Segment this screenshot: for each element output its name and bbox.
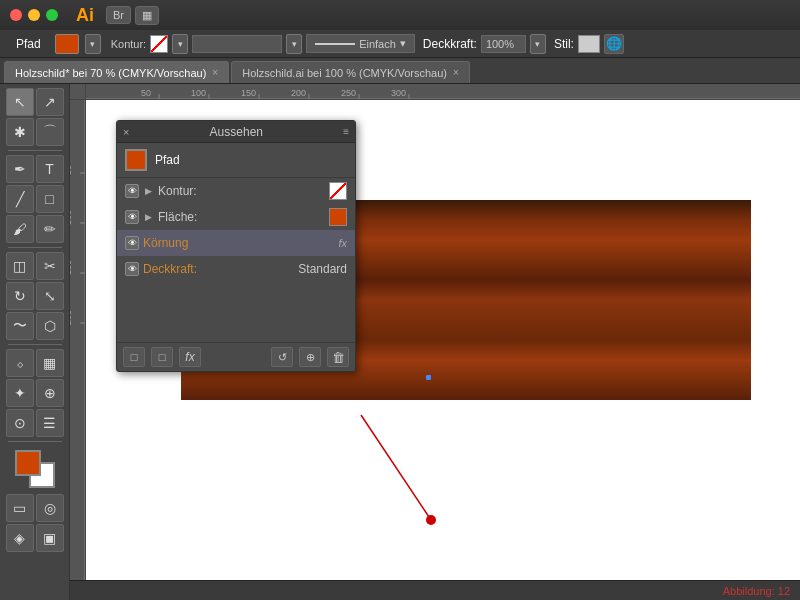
stil-swatch[interactable] xyxy=(578,35,600,53)
flache-expand-arrow[interactable]: ▶ xyxy=(145,212,152,222)
rotate-tool[interactable]: ↻ xyxy=(6,282,34,310)
kontur-color-swatch[interactable] xyxy=(329,182,347,200)
footer-new-layer-btn[interactable]: □ xyxy=(151,347,173,367)
tab-holzschild-ai[interactable]: Holzschild.ai bei 100 % (CMYK/Vorschau) … xyxy=(231,61,470,83)
select-tool[interactable]: ↖ xyxy=(6,88,34,116)
shape-builder[interactable]: ⬦ xyxy=(6,349,34,377)
footer-new-style-btn[interactable]: □ xyxy=(123,347,145,367)
warp-tool[interactable]: 〜 xyxy=(6,312,34,340)
panel-path-label: Pfad xyxy=(155,153,180,167)
zoom-tool[interactable]: ⊙ xyxy=(6,409,34,437)
stroke-width-dropdown[interactable]: ▾ xyxy=(286,34,302,54)
direct-select-tool[interactable]: ↗ xyxy=(36,88,64,116)
app-logo: Ai xyxy=(76,5,94,26)
gradient-tool[interactable]: ▦ xyxy=(36,349,64,377)
main-area: ↖ ↗ ✱ ⌒ ✒ T ╱ □ 🖌 ✏ ◫ ✂ ↻ ⤡ 〜 xyxy=(0,84,800,600)
tool-row-4: ╱ □ xyxy=(6,185,64,213)
tool-row-3: ✒ T xyxy=(6,155,64,183)
deckkraft-section: Deckkraft: ▾ xyxy=(423,34,546,54)
traffic-lights xyxy=(10,9,58,21)
tab-holzschild-star[interactable]: Holzschild* bei 70 % (CMYK/Vorschau) × xyxy=(4,61,229,83)
deckkraft-visibility-icon[interactable]: 👁 xyxy=(125,262,139,276)
rectangle-tool[interactable]: □ xyxy=(36,185,64,213)
tab-label-0: Holzschild* bei 70 % (CMYK/Vorschau) xyxy=(15,67,206,79)
fill-mode-btn[interactable]: ▭ xyxy=(6,494,34,522)
separator-2 xyxy=(8,247,62,248)
view-button[interactable]: ▦ xyxy=(135,6,159,25)
kontur-expand-arrow[interactable]: ▶ xyxy=(145,186,152,196)
fx-label: fx xyxy=(338,237,347,249)
stil-section: Stil: xyxy=(554,35,600,53)
deckkraft-input[interactable] xyxy=(481,35,526,53)
free-transform[interactable]: ⬡ xyxy=(36,312,64,340)
panel-path-row: Pfad xyxy=(117,143,355,178)
line-tool[interactable]: ╱ xyxy=(6,185,34,213)
tool-row-9: ⬦ ▦ xyxy=(6,349,64,377)
panel-spacer xyxy=(117,282,355,342)
line-style-label: Einfach xyxy=(359,38,396,50)
stroke-width-input[interactable] xyxy=(192,35,282,53)
footer-trash-btn[interactable]: 🗑 xyxy=(327,347,349,367)
maximize-button[interactable] xyxy=(46,9,58,21)
fg-bg-swatches xyxy=(15,450,55,488)
pen-tool[interactable]: ✒ xyxy=(6,155,34,183)
eraser-tool[interactable]: ◫ xyxy=(6,252,34,280)
pencil-tool[interactable]: ✏ xyxy=(36,215,64,243)
scale-tool[interactable]: ⤡ xyxy=(36,282,64,310)
ruler-corner xyxy=(70,84,86,100)
stroke-dropdown[interactable]: ▾ xyxy=(172,34,188,54)
toolbar: ↖ ↗ ✱ ⌒ ✒ T ╱ □ 🖌 ✏ ◫ ✂ ↻ ⤡ 〜 xyxy=(0,84,70,600)
magic-wand-tool[interactable]: ✱ xyxy=(6,118,34,146)
panel-footer: □ □ fx ↺ ⊕ 🗑 xyxy=(117,342,355,371)
fill-dropdown[interactable]: ▾ xyxy=(85,34,101,54)
text-tool[interactable]: T xyxy=(36,155,64,183)
tool-row-5: 🖌 ✏ xyxy=(6,215,64,243)
separator-4 xyxy=(8,441,62,442)
svg-text:200: 200 xyxy=(291,88,306,98)
stroke-mode-btn[interactable]: ◎ xyxy=(36,494,64,522)
panel-deckkraft-row: 👁 Deckkraft: Standard xyxy=(117,256,355,282)
hand-tool[interactable]: ☰ xyxy=(36,409,64,437)
tool-row-8: 〜 ⬡ xyxy=(6,312,64,340)
flache-color-swatch[interactable] xyxy=(329,208,347,226)
fill-color-swatch[interactable] xyxy=(55,34,79,54)
minimize-button[interactable] xyxy=(28,9,40,21)
kornung-row-label: Körnung xyxy=(143,236,334,250)
close-button[interactable] xyxy=(10,9,22,21)
deckkraft-dropdown[interactable]: ▾ xyxy=(530,34,546,54)
tab-close-0[interactable]: × xyxy=(212,67,218,78)
separator-3 xyxy=(8,344,62,345)
ruler-vertical: 50 100 150 200 xyxy=(70,100,86,580)
doc-name-button[interactable]: Br xyxy=(106,6,131,24)
tool-row-10: ✦ ⊕ xyxy=(6,379,64,407)
statusbar: Abbildung: 12 xyxy=(70,580,800,600)
globe-icon[interactable]: 🌐 xyxy=(604,34,624,54)
tool-row-11: ⊙ ☰ xyxy=(6,409,64,437)
kontur-visibility-icon[interactable]: 👁 xyxy=(125,184,139,198)
line-style-select[interactable]: Einfach ▾ xyxy=(306,34,415,53)
deckkraft-row-value: Standard xyxy=(298,262,347,276)
foreground-color-swatch[interactable] xyxy=(15,450,41,476)
svg-text:200: 200 xyxy=(70,310,73,325)
panel-path-swatch[interactable] xyxy=(125,149,147,171)
scissors-tool[interactable]: ✂ xyxy=(36,252,64,280)
footer-fx-btn[interactable]: fx xyxy=(179,347,201,367)
eyedropper-tool[interactable]: ✦ xyxy=(6,379,34,407)
stroke-color-swatch[interactable] xyxy=(150,35,168,53)
panel-menu-button[interactable]: ≡ xyxy=(343,126,349,137)
deckkraft-row-label: Deckkraft: xyxy=(143,262,294,276)
tabs-bar: Holzschild* bei 70 % (CMYK/Vorschau) × H… xyxy=(0,58,800,84)
panel-close-button[interactable]: × xyxy=(123,126,129,138)
screen-mode-btn[interactable]: ▣ xyxy=(36,524,64,552)
svg-text:250: 250 xyxy=(341,88,356,98)
flache-visibility-icon[interactable]: 👁 xyxy=(125,210,139,224)
measure-tool[interactable]: ⊕ xyxy=(36,379,64,407)
footer-reset-btn[interactable]: ↺ xyxy=(271,347,293,367)
footer-copy-btn[interactable]: ⊕ xyxy=(299,347,321,367)
lasso-tool[interactable]: ⌒ xyxy=(36,118,64,146)
draw-mode-btn[interactable]: ◈ xyxy=(6,524,34,552)
kornung-visibility-icon[interactable]: 👁 xyxy=(125,236,139,250)
kontur-row-label: Kontur: xyxy=(158,184,325,198)
paintbrush-tool[interactable]: 🖌 xyxy=(6,215,34,243)
tab-close-1[interactable]: × xyxy=(453,67,459,78)
